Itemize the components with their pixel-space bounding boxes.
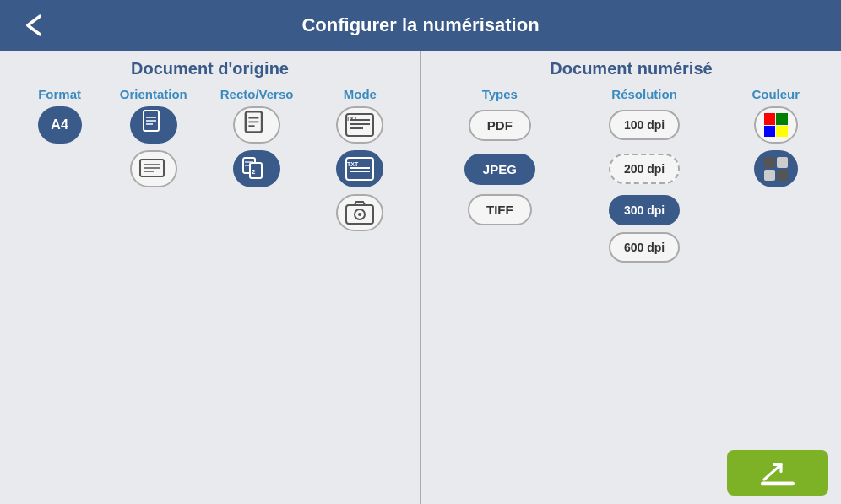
right-column-headers: Types Résolution Couleur bbox=[421, 87, 841, 101]
mode-cell-2: TXT bbox=[313, 150, 407, 187]
scan-button[interactable] bbox=[727, 450, 828, 496]
color-blue bbox=[764, 126, 776, 138]
dpi-200-button[interactable]: 200 dpi bbox=[609, 154, 680, 184]
resol-cell-2: 200 dpi bbox=[566, 154, 724, 184]
left-panel: Document d'origine Format Orientation Re… bbox=[0, 51, 421, 504]
orientation-cell-2 bbox=[106, 150, 200, 187]
mode-scan-button[interactable]: TXT bbox=[336, 150, 383, 187]
color-red bbox=[764, 113, 776, 125]
grey-light-1 bbox=[777, 157, 788, 168]
back-button[interactable] bbox=[17, 8, 51, 42]
dpi-600-button[interactable]: 600 dpi bbox=[609, 232, 680, 263]
recto-single-button[interactable] bbox=[233, 106, 280, 144]
grey-dark-2 bbox=[777, 170, 788, 181]
orientation-cell-1 bbox=[106, 106, 200, 144]
recto-duplex-button[interactable]: 2 bbox=[233, 150, 280, 187]
left-grid: A4 bbox=[0, 106, 420, 231]
orientation-landscape-button[interactable] bbox=[130, 150, 177, 187]
col-header-format: Format bbox=[13, 87, 106, 101]
mode-cell-3 bbox=[313, 194, 407, 231]
right-grid: PDF 100 dpi bbox=[421, 106, 841, 263]
col-header-types: Types bbox=[434, 87, 566, 101]
color-grid-icon bbox=[764, 113, 788, 137]
color-green bbox=[776, 113, 788, 125]
format-a4-button[interactable]: A4 bbox=[38, 106, 82, 144]
resol-cell-1: 100 dpi bbox=[566, 110, 724, 140]
format-cell-1: A4 bbox=[13, 106, 106, 144]
resol-cell-3: 300 dpi bbox=[566, 195, 724, 225]
color-full-button[interactable] bbox=[754, 106, 798, 144]
col-header-resolution: Résolution bbox=[566, 87, 724, 101]
mode-camera-button[interactable] bbox=[336, 194, 383, 231]
right-row-1: PDF 100 dpi bbox=[434, 106, 828, 144]
color-yellow bbox=[776, 126, 788, 138]
scan-icon bbox=[757, 458, 798, 488]
right-row-4: 600 dpi bbox=[434, 232, 828, 263]
col-header-couleur: Couleur bbox=[723, 87, 828, 101]
right-section-title: Document numérisé bbox=[550, 59, 712, 79]
svg-text:TXT: TXT bbox=[346, 116, 358, 122]
page-title: Configurer la numérisation bbox=[301, 14, 539, 36]
right-row-3: TIFF 300 dpi bbox=[434, 194, 828, 225]
left-row-1: A4 bbox=[13, 106, 407, 144]
right-panel: Document numérisé Types Résolution Coule… bbox=[421, 51, 841, 504]
type-pdf-button[interactable]: PDF bbox=[469, 110, 531, 141]
left-section-title: Document d'origine bbox=[131, 59, 289, 79]
type-cell-1: PDF bbox=[434, 110, 566, 141]
mode-cell-1: TXT bbox=[313, 106, 407, 144]
col-header-recto: Recto/Verso bbox=[200, 87, 312, 101]
grey-dark-1 bbox=[764, 157, 775, 168]
orientation-portrait-button[interactable] bbox=[130, 106, 177, 144]
grey-light-2 bbox=[764, 170, 775, 181]
type-cell-2: JPEG bbox=[434, 154, 566, 185]
svg-text:TXT: TXT bbox=[347, 161, 359, 167]
svg-point-28 bbox=[358, 213, 361, 216]
mode-text-button[interactable]: TXT bbox=[336, 106, 383, 144]
resol-cell-4: 600 dpi bbox=[566, 232, 724, 263]
left-column-headers: Format Orientation Recto/Verso Mode bbox=[0, 87, 420, 101]
header: Configurer la numérisation bbox=[0, 0, 841, 51]
color-grey-button[interactable] bbox=[754, 150, 798, 187]
type-jpeg-button[interactable]: JPEG bbox=[464, 154, 535, 185]
left-row-2: 2 TXT bbox=[13, 150, 407, 187]
recto-cell-1 bbox=[200, 106, 312, 144]
recto-cell-2: 2 bbox=[200, 150, 312, 187]
type-tiff-button[interactable]: TIFF bbox=[468, 194, 532, 225]
type-cell-3: TIFF bbox=[434, 194, 566, 225]
col-header-orientation: Orientation bbox=[106, 87, 200, 101]
dpi-100-button[interactable]: 100 dpi bbox=[609, 110, 680, 140]
couleur-cell-1 bbox=[723, 106, 828, 144]
dpi-300-button[interactable]: 300 dpi bbox=[609, 195, 680, 225]
col-header-mode: Mode bbox=[313, 87, 407, 101]
main-content: Document d'origine Format Orientation Re… bbox=[0, 51, 841, 504]
left-row-3 bbox=[13, 194, 407, 231]
svg-rect-29 bbox=[761, 481, 795, 485]
couleur-cell-2 bbox=[723, 150, 828, 187]
right-row-2: JPEG 200 dpi bbox=[434, 150, 828, 187]
grey-icon bbox=[764, 157, 788, 181]
svg-text:2: 2 bbox=[252, 168, 256, 176]
